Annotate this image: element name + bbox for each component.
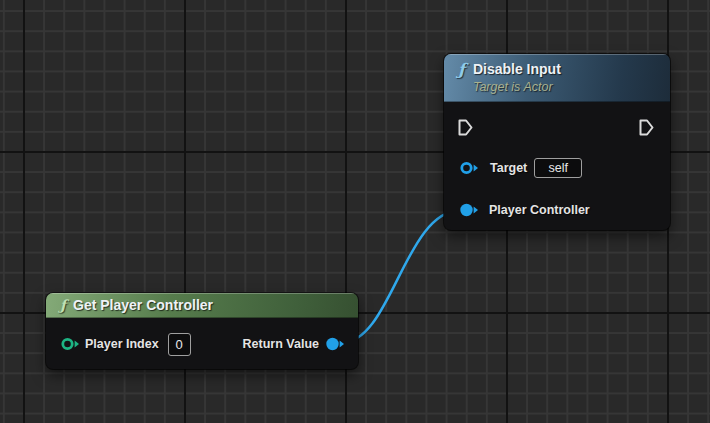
wire-returnvalue-to-playercontroller[interactable] [341, 210, 461, 343]
node-title: Disable Input [473, 61, 561, 78]
return-value-pin-row: Return Value [243, 333, 345, 355]
player-index-value-field[interactable]: 0 [168, 333, 191, 356]
player-controller-pin-row: Player Controller [460, 199, 590, 220]
node-get-player-controller-header[interactable]: ƒ Get Player Controller [46, 293, 358, 318]
target-object-pin-icon[interactable] [460, 161, 479, 175]
return-value-pin-icon[interactable] [326, 337, 345, 351]
player-index-pin-row: Player Index 0 [61, 333, 191, 355]
node-get-player-controller[interactable]: ƒ Get Player Controller Player Index 0 R… [46, 293, 358, 369]
exec-out-pin-icon[interactable] [639, 119, 654, 136]
target-pin-row: Target self [460, 157, 582, 178]
node-title: Get Player Controller [73, 297, 213, 314]
exec-in-pin-icon[interactable] [458, 119, 473, 136]
target-value-field[interactable]: self [534, 158, 582, 178]
blueprint-graph-canvas[interactable]: ƒ Disable Input Target is Actor Target s… [0, 0, 710, 423]
player-index-int-pin-icon[interactable] [61, 337, 80, 351]
node-disable-input-header[interactable]: ƒ Disable Input Target is Actor [444, 54, 670, 102]
exec-pin-row [458, 119, 654, 136]
function-icon: ƒ [60, 297, 66, 313]
function-icon: ƒ [458, 60, 465, 79]
player-controller-pin-label: Player Controller [489, 203, 590, 217]
node-title-block: Disable Input Target is Actor [473, 54, 561, 95]
node-disable-input[interactable]: ƒ Disable Input Target is Actor Target s… [444, 54, 670, 230]
return-value-pin-label: Return Value [243, 337, 319, 351]
player-index-pin-label: Player Index [85, 337, 159, 351]
player-controller-pin-icon[interactable] [460, 203, 479, 217]
target-pin-label: Target [490, 161, 527, 175]
node-subtitle: Target is Actor [473, 80, 561, 95]
